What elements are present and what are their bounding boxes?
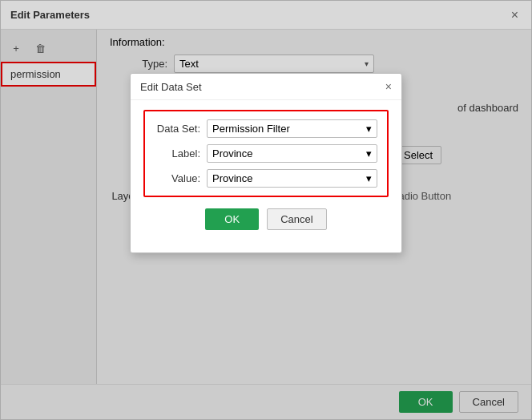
- modal-dataset-row: Data Set: Permission Filter ▾: [155, 119, 377, 138]
- modal-label-row: Label: Province ▾: [155, 144, 377, 163]
- modal-actions: OK Cancel: [143, 208, 389, 230]
- modal-label-label: Label:: [155, 147, 207, 160]
- modal-dataset-label: Data Set:: [155, 123, 207, 135]
- main-dialog: Edit Parameters × + 🗑 permission Informa…: [0, 0, 532, 420]
- modal-dataset-value: Permission Filter: [212, 123, 290, 135]
- modal-value-row: Value: Province ▾: [155, 169, 377, 188]
- modal-dataset-chevron-icon: ▾: [366, 123, 372, 135]
- modal-overlay: Edit Data Set × Data Set: Permission Fil…: [1, 1, 531, 419]
- modal-label-chevron-icon: ▾: [366, 147, 372, 160]
- modal-label-select[interactable]: Province ▾: [207, 144, 377, 163]
- modal-value-select[interactable]: Province ▾: [207, 169, 377, 188]
- edit-dataset-dialog: Edit Data Set × Data Set: Permission Fil…: [130, 73, 402, 253]
- modal-titlebar: Edit Data Set ×: [131, 74, 401, 100]
- modal-field-group: Data Set: Permission Filter ▾ Label: Pro…: [143, 110, 389, 197]
- modal-label-value: Province: [212, 147, 253, 160]
- modal-body: Data Set: Permission Filter ▾ Label: Pro…: [131, 100, 401, 240]
- modal-close-button[interactable]: ×: [385, 80, 392, 93]
- modal-cancel-button[interactable]: Cancel: [267, 208, 326, 230]
- modal-dataset-select[interactable]: Permission Filter ▾: [207, 119, 377, 138]
- modal-value-chevron-icon: ▾: [366, 172, 372, 184]
- modal-value-label: Value:: [155, 172, 207, 184]
- modal-title: Edit Data Set: [140, 81, 202, 93]
- modal-ok-button[interactable]: OK: [205, 208, 259, 230]
- modal-value-value: Province: [212, 172, 253, 184]
